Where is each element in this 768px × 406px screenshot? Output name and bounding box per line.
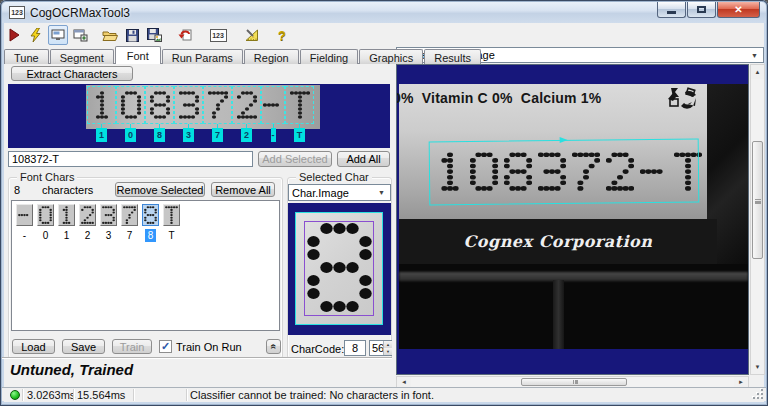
scroll-up-icon[interactable]: ▲ (751, 65, 764, 79)
recycle-icon (665, 84, 699, 118)
tab-graphics[interactable]: Graphics (359, 49, 423, 64)
segment-char-8[interactable]: 8 (145, 86, 174, 142)
font-char-T[interactable]: T (161, 204, 182, 242)
segment-char-2[interactable]: 2 (232, 86, 261, 142)
sign-pole (553, 280, 564, 349)
window-title: CogOCRMaxTool3 (30, 6, 130, 20)
brand-banner: Cognex Corporation (399, 219, 717, 264)
maximize-button[interactable] (687, 2, 716, 18)
tab-tune[interactable]: Tune (4, 49, 49, 64)
font-char-list[interactable]: -012378T (11, 200, 280, 331)
acquire-time: 3.0263ms (27, 389, 75, 401)
horizontal-scroll-thumb[interactable] (521, 378, 627, 386)
region-direction-icon (560, 137, 572, 143)
charcode-label: CharCode: (291, 343, 344, 355)
save-image-icon[interactable] (144, 25, 164, 45)
chevron-down-icon[interactable]: ▼ (748, 50, 761, 61)
extract-characters-button[interactable]: Extract Characters (11, 66, 133, 81)
train-button[interactable]: Train (112, 339, 152, 354)
font-char-7[interactable]: 7 (119, 204, 140, 242)
close-button[interactable]: ✕ (717, 2, 760, 18)
ocr-region-box[interactable] (429, 139, 700, 206)
remove-selected-button[interactable]: Remove Selected (115, 182, 205, 197)
font-char-2[interactable]: 2 (77, 204, 98, 242)
train-on-run-checkbox[interactable]: ✓ (159, 340, 172, 353)
load-button[interactable]: Load (12, 339, 55, 354)
selected-char-image[interactable] (295, 212, 383, 325)
char-count: 8 (14, 184, 20, 196)
float-display-icon[interactable] (70, 25, 90, 45)
minimize-button[interactable] (657, 2, 686, 18)
run-time: 15.564ms (77, 389, 125, 401)
vertical-scroll-thumb[interactable] (752, 141, 763, 259)
run-icon[interactable] (4, 25, 24, 45)
status-message: Classifier cannot be trained: No charact… (190, 389, 434, 401)
reset-icon[interactable] (174, 25, 194, 45)
nutrition-text: 0% Vitamin C 0% Calcium 1% (396, 90, 601, 106)
segment-char-0[interactable]: 0 (116, 86, 145, 142)
segment-cells: 108372-T (87, 86, 314, 142)
ocr-numbers-icon[interactable]: 123 (208, 25, 228, 45)
train-on-run-label: Train On Run (176, 341, 242, 353)
tool-state-text: Untuned, Trained (10, 361, 133, 378)
tab-fielding[interactable]: Fielding (300, 49, 359, 64)
result-string-input[interactable] (8, 151, 253, 167)
lightning-run-icon[interactable] (26, 25, 46, 45)
toolbar: 123 ? (4, 24, 764, 46)
font-char-0[interactable]: 0 (35, 204, 56, 242)
open-file-icon[interactable] (100, 25, 120, 45)
char-region-box (304, 221, 374, 316)
tab-run-params[interactable]: Run Params (162, 49, 243, 64)
add-selected-button[interactable]: Add Selected (258, 151, 332, 167)
input-image: 0% Vitamin C 0% Calcium 1% (399, 84, 748, 349)
label-region: 0% Vitamin C 0% Calcium 1% (399, 84, 707, 219)
segment-char-1[interactable]: 1 (87, 86, 116, 142)
scroll-down-icon[interactable]: ▼ (751, 360, 764, 374)
charcode-char-field[interactable]: 8 (344, 340, 366, 356)
add-all-button[interactable]: Add All (337, 151, 390, 167)
tab-font[interactable]: Font (115, 46, 161, 64)
font-char-3[interactable]: 3 (98, 204, 119, 242)
font-char-8[interactable]: 8 (140, 204, 161, 242)
graphics-ruler-icon[interactable] (242, 25, 262, 45)
photo-bottom (399, 264, 748, 349)
char-view-select[interactable]: Char.Image ▼ (288, 184, 391, 201)
scroll-right-icon[interactable]: ► (734, 377, 748, 387)
tab-results[interactable]: Results (424, 49, 481, 64)
tab-strip: TuneSegmentFontRun ParamsRegionFieldingG… (4, 47, 482, 64)
collapse-button[interactable]: « (266, 339, 281, 354)
app-icon: 123 (9, 6, 25, 19)
scroll-left-icon[interactable]: ◄ (397, 377, 411, 387)
font-chars-title: Font Chars (17, 171, 77, 183)
image-viewport[interactable]: 0% Vitamin C 0% Calcium 1% (396, 64, 749, 375)
segment-preview[interactable]: 108372-T (8, 84, 390, 148)
window: 123 CogOCRMaxTool3 ✕ (0, 0, 768, 406)
show-display-icon[interactable] (48, 25, 68, 45)
divider (2, 357, 392, 359)
chevron-up-icon: « (268, 344, 279, 350)
selected-char-view (288, 203, 391, 335)
resize-grip[interactable] (752, 388, 763, 399)
tab-region[interactable]: Region (244, 49, 299, 64)
save-file-icon[interactable] (122, 25, 142, 45)
status-led-icon (10, 390, 20, 400)
title-bar[interactable]: 123 CogOCRMaxTool3 ✕ (2, 2, 766, 23)
font-char-1[interactable]: 1 (56, 204, 77, 242)
spin-up-icon[interactable]: ▲ (383, 341, 392, 348)
spin-down-icon[interactable]: ▼ (383, 348, 392, 355)
remove-all-button[interactable]: Remove All (211, 182, 275, 197)
chevron-down-icon[interactable]: ▼ (375, 187, 388, 198)
tab-segment[interactable]: Segment (50, 49, 114, 64)
help-icon[interactable]: ? (272, 25, 292, 45)
charcode-value-spinner[interactable]: 56 ▲ ▼ (369, 340, 393, 356)
segment-char--[interactable]: - (261, 86, 285, 142)
font-char--[interactable]: - (14, 204, 35, 242)
segment-char-3[interactable]: 3 (174, 86, 203, 142)
vertical-scrollbar[interactable]: ▲ ▼ (750, 64, 765, 375)
segment-char-7[interactable]: 7 (203, 86, 232, 142)
save-button[interactable]: Save (62, 339, 105, 354)
char-count-label: characters (42, 184, 93, 196)
char-view-value: Char.Image (292, 187, 349, 199)
segment-char-T[interactable]: T (285, 86, 314, 142)
selected-char-title: Selected Char (296, 171, 372, 183)
